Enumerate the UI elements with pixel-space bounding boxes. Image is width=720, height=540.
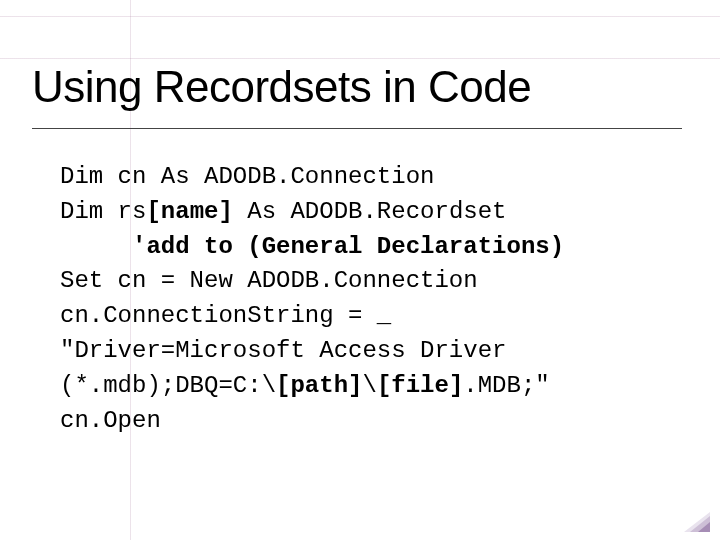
title-rule <box>32 128 682 129</box>
code-line-2-name: [name] <box>146 198 232 225</box>
code-line-4: Set cn = New ADODB.Connection <box>60 267 478 294</box>
code-line-7-post: .MDB;" <box>463 372 549 399</box>
code-line-7-pre: (*.mdb);DBQ=C:\ <box>60 372 276 399</box>
slide: Using Recordsets in Code Dim cn As ADODB… <box>0 0 720 540</box>
code-line-6: "Driver=Microsoft Access Driver <box>60 337 521 364</box>
page-curl-icon <box>684 512 710 532</box>
slide-title: Using Recordsets in Code <box>32 62 531 112</box>
code-line-3: 'add to (General Declarations) <box>132 233 564 260</box>
code-line-1: Dim cn As ADODB.Connection <box>60 163 434 190</box>
code-block: Dim cn As ADODB.Connection Dim rs[name] … <box>60 160 690 438</box>
code-line-8: cn.Open <box>60 407 161 434</box>
code-line-2-pre: Dim rs <box>60 198 146 225</box>
code-line-5: cn.ConnectionString = _ <box>60 302 406 329</box>
code-line-2-post: As ADODB.Recordset <box>233 198 507 225</box>
code-line-7-mid: \ <box>362 372 376 399</box>
code-line-7-path: [path] <box>276 372 362 399</box>
code-line-7-file: [file] <box>377 372 463 399</box>
